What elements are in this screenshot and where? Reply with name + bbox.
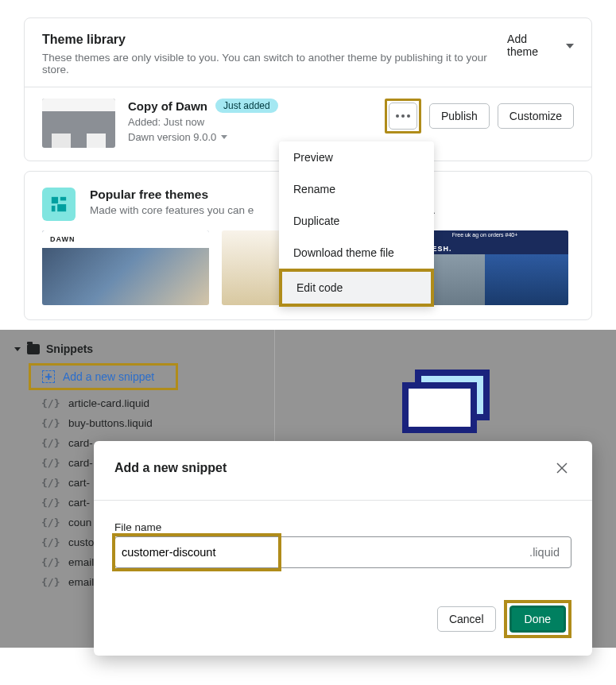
theme-row: Copy of Dawn Just added Added: Just now … bbox=[25, 87, 591, 161]
editor-icon bbox=[402, 370, 490, 433]
dropdown-duplicate[interactable]: Duplicate bbox=[279, 205, 434, 237]
folder-icon bbox=[27, 344, 40, 354]
highlight-more-actions bbox=[385, 99, 421, 134]
file-name: card- bbox=[68, 457, 93, 469]
highlight-done-button: Done bbox=[504, 600, 571, 638]
just-added-badge: Just added bbox=[215, 99, 278, 113]
code-braces-icon: {/} bbox=[41, 477, 60, 489]
file-name: card- bbox=[68, 437, 93, 449]
theme-library-title: Theme library bbox=[42, 33, 507, 47]
caret-down-icon bbox=[14, 347, 21, 351]
code-braces-icon: {/} bbox=[41, 576, 60, 588]
theme-added-text: Added: Just now bbox=[128, 116, 385, 128]
code-braces-icon: {/} bbox=[41, 437, 60, 449]
file-name: custo bbox=[68, 536, 94, 548]
publish-button[interactable]: Publish bbox=[429, 103, 490, 129]
code-braces-icon: {/} bbox=[41, 417, 60, 429]
modal-close-button[interactable] bbox=[552, 459, 571, 478]
caret-down-icon bbox=[566, 44, 574, 48]
add-new-snippet-link[interactable]: Add a new snippet bbox=[29, 363, 178, 390]
add-theme-label: Add theme bbox=[507, 33, 560, 58]
theme-name: Copy of Dawn bbox=[128, 99, 207, 113]
cancel-button[interactable]: Cancel bbox=[437, 606, 496, 632]
file-name-input-row: .liquid bbox=[114, 536, 571, 568]
code-braces-icon: {/} bbox=[41, 556, 60, 568]
theme-preview-dawn[interactable]: DAWN bbox=[42, 230, 209, 305]
dropdown-edit-code[interactable]: Edit code bbox=[279, 269, 434, 307]
dropdown-preview[interactable]: Preview bbox=[279, 141, 434, 173]
theme-library-subtitle: These themes are only visible to you. Yo… bbox=[42, 52, 507, 75]
file-name: cart- bbox=[68, 497, 90, 509]
file-name: coun bbox=[68, 517, 91, 528]
add-icon bbox=[42, 370, 55, 383]
svg-rect-0 bbox=[52, 197, 58, 203]
code-braces-icon: {/} bbox=[41, 536, 60, 548]
code-editor-section: Snippets Add a new snippet {/}article-ca… bbox=[0, 330, 616, 648]
file-name: email bbox=[68, 556, 94, 568]
more-actions-button[interactable] bbox=[389, 103, 417, 130]
file-name: cart- bbox=[68, 477, 90, 489]
code-braces-icon: {/} bbox=[41, 497, 60, 509]
file-name-label: File name bbox=[114, 521, 571, 533]
dropdown-download[interactable]: Download theme file bbox=[279, 237, 434, 269]
svg-rect-2 bbox=[52, 206, 56, 211]
svg-rect-3 bbox=[57, 204, 66, 211]
theme-actions-dropdown: Preview Rename Duplicate Download theme … bbox=[279, 141, 434, 307]
add-theme-dropdown[interactable]: Add theme bbox=[507, 33, 574, 58]
dropdown-rename[interactable]: Rename bbox=[279, 173, 434, 205]
file-extension-label: .liquid bbox=[518, 546, 571, 559]
popular-themes-icon bbox=[42, 188, 76, 221]
customize-button[interactable]: Customize bbox=[498, 103, 574, 129]
caret-down-icon bbox=[221, 135, 227, 139]
file-name: email bbox=[68, 576, 94, 588]
divider bbox=[94, 500, 592, 501]
modal-title: Add a new snippet bbox=[114, 461, 227, 475]
svg-rect-1 bbox=[60, 197, 66, 201]
highlight-file-name bbox=[112, 533, 281, 571]
code-braces-icon: {/} bbox=[41, 457, 60, 469]
file-name: buy-buttons.liquid bbox=[68, 417, 153, 429]
file-name-input-overflow[interactable] bbox=[278, 537, 518, 567]
add-snippet-modal: Add a new snippet File name .liquid Canc… bbox=[94, 441, 592, 656]
editor-placeholder bbox=[274, 330, 616, 441]
theme-thumbnail[interactable] bbox=[42, 99, 115, 148]
code-braces-icon: {/} bbox=[41, 517, 60, 528]
done-button[interactable]: Done bbox=[509, 606, 566, 633]
preview-dawn-label: DAWN bbox=[50, 235, 76, 243]
theme-library-card: Theme library These themes are only visi… bbox=[24, 17, 592, 161]
folder-label: Snippets bbox=[46, 342, 93, 355]
file-name: article-card.liquid bbox=[68, 397, 149, 409]
close-icon bbox=[554, 460, 570, 476]
file-name-input[interactable] bbox=[122, 536, 272, 568]
add-new-snippet-label: Add a new snippet bbox=[63, 370, 154, 383]
code-braces-icon: {/} bbox=[41, 397, 60, 409]
theme-version-text: Dawn version 9.0.0 bbox=[128, 131, 216, 143]
theme-library-header: Theme library These themes are only visi… bbox=[25, 18, 591, 87]
